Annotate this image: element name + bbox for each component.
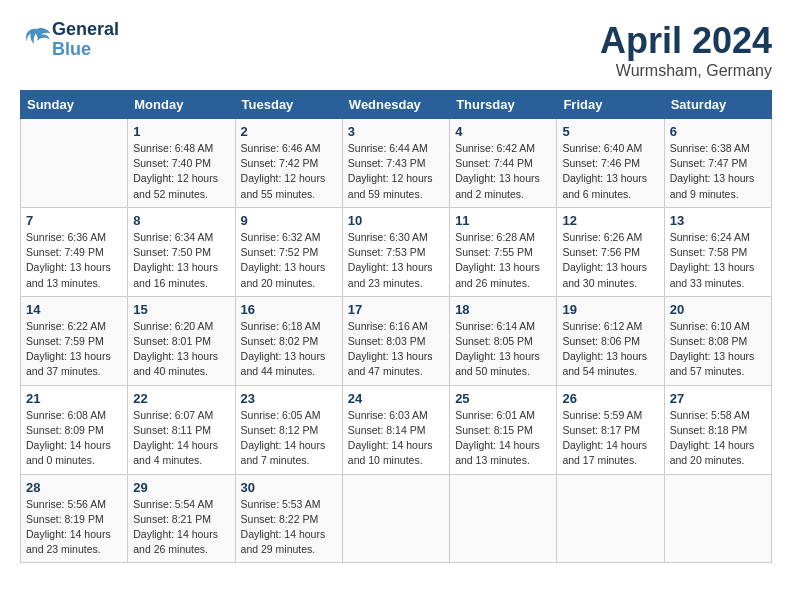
day-number: 2 bbox=[241, 124, 337, 139]
day-number: 22 bbox=[133, 391, 229, 406]
day-number: 11 bbox=[455, 213, 551, 228]
dow-header-saturday: Saturday bbox=[664, 91, 771, 119]
calendar-cell: 30Sunrise: 5:53 AM Sunset: 8:22 PM Dayli… bbox=[235, 474, 342, 563]
cell-content: Sunrise: 5:59 AM Sunset: 8:17 PM Dayligh… bbox=[562, 408, 658, 469]
calendar-week-row: 21Sunrise: 6:08 AM Sunset: 8:09 PM Dayli… bbox=[21, 385, 772, 474]
cell-content: Sunrise: 6:20 AM Sunset: 8:01 PM Dayligh… bbox=[133, 319, 229, 380]
cell-content: Sunrise: 6:08 AM Sunset: 8:09 PM Dayligh… bbox=[26, 408, 122, 469]
day-number: 17 bbox=[348, 302, 444, 317]
calendar-cell: 9Sunrise: 6:32 AM Sunset: 7:52 PM Daylig… bbox=[235, 207, 342, 296]
cell-content: Sunrise: 6:32 AM Sunset: 7:52 PM Dayligh… bbox=[241, 230, 337, 291]
dow-header-tuesday: Tuesday bbox=[235, 91, 342, 119]
month-title: April 2024 bbox=[600, 20, 772, 62]
calendar-cell: 28Sunrise: 5:56 AM Sunset: 8:19 PM Dayli… bbox=[21, 474, 128, 563]
calendar-cell: 10Sunrise: 6:30 AM Sunset: 7:53 PM Dayli… bbox=[342, 207, 449, 296]
cell-content: Sunrise: 6:07 AM Sunset: 8:11 PM Dayligh… bbox=[133, 408, 229, 469]
cell-content: Sunrise: 6:30 AM Sunset: 7:53 PM Dayligh… bbox=[348, 230, 444, 291]
calendar-cell: 8Sunrise: 6:34 AM Sunset: 7:50 PM Daylig… bbox=[128, 207, 235, 296]
page-header: GeneralBlue April 2024 Wurmsham, Germany bbox=[20, 20, 772, 80]
day-number: 13 bbox=[670, 213, 766, 228]
calendar-cell: 22Sunrise: 6:07 AM Sunset: 8:11 PM Dayli… bbox=[128, 385, 235, 474]
cell-content: Sunrise: 6:10 AM Sunset: 8:08 PM Dayligh… bbox=[670, 319, 766, 380]
day-number: 9 bbox=[241, 213, 337, 228]
calendar-week-row: 14Sunrise: 6:22 AM Sunset: 7:59 PM Dayli… bbox=[21, 296, 772, 385]
calendar-cell: 20Sunrise: 6:10 AM Sunset: 8:08 PM Dayli… bbox=[664, 296, 771, 385]
day-number: 24 bbox=[348, 391, 444, 406]
calendar-cell: 29Sunrise: 5:54 AM Sunset: 8:21 PM Dayli… bbox=[128, 474, 235, 563]
calendar-cell: 19Sunrise: 6:12 AM Sunset: 8:06 PM Dayli… bbox=[557, 296, 664, 385]
calendar-cell: 23Sunrise: 6:05 AM Sunset: 8:12 PM Dayli… bbox=[235, 385, 342, 474]
calendar-cell: 14Sunrise: 6:22 AM Sunset: 7:59 PM Dayli… bbox=[21, 296, 128, 385]
cell-content: Sunrise: 6:12 AM Sunset: 8:06 PM Dayligh… bbox=[562, 319, 658, 380]
cell-content: Sunrise: 6:40 AM Sunset: 7:46 PM Dayligh… bbox=[562, 141, 658, 202]
logo-text: GeneralBlue bbox=[52, 20, 119, 60]
calendar-cell: 15Sunrise: 6:20 AM Sunset: 8:01 PM Dayli… bbox=[128, 296, 235, 385]
cell-content: Sunrise: 6:18 AM Sunset: 8:02 PM Dayligh… bbox=[241, 319, 337, 380]
day-number: 30 bbox=[241, 480, 337, 495]
day-number: 26 bbox=[562, 391, 658, 406]
day-number: 1 bbox=[133, 124, 229, 139]
location-subtitle: Wurmsham, Germany bbox=[600, 62, 772, 80]
calendar-cell: 12Sunrise: 6:26 AM Sunset: 7:56 PM Dayli… bbox=[557, 207, 664, 296]
cell-content: Sunrise: 6:34 AM Sunset: 7:50 PM Dayligh… bbox=[133, 230, 229, 291]
dow-header-sunday: Sunday bbox=[21, 91, 128, 119]
day-number: 6 bbox=[670, 124, 766, 139]
calendar-cell bbox=[450, 474, 557, 563]
calendar-cell: 11Sunrise: 6:28 AM Sunset: 7:55 PM Dayli… bbox=[450, 207, 557, 296]
calendar-cell bbox=[21, 119, 128, 208]
cell-content: Sunrise: 6:24 AM Sunset: 7:58 PM Dayligh… bbox=[670, 230, 766, 291]
cell-content: Sunrise: 6:03 AM Sunset: 8:14 PM Dayligh… bbox=[348, 408, 444, 469]
calendar-cell: 5Sunrise: 6:40 AM Sunset: 7:46 PM Daylig… bbox=[557, 119, 664, 208]
dow-header-thursday: Thursday bbox=[450, 91, 557, 119]
calendar-cell: 6Sunrise: 6:38 AM Sunset: 7:47 PM Daylig… bbox=[664, 119, 771, 208]
day-number: 18 bbox=[455, 302, 551, 317]
cell-content: Sunrise: 6:28 AM Sunset: 7:55 PM Dayligh… bbox=[455, 230, 551, 291]
calendar-cell: 27Sunrise: 5:58 AM Sunset: 8:18 PM Dayli… bbox=[664, 385, 771, 474]
cell-content: Sunrise: 5:58 AM Sunset: 8:18 PM Dayligh… bbox=[670, 408, 766, 469]
day-number: 4 bbox=[455, 124, 551, 139]
calendar-cell: 7Sunrise: 6:36 AM Sunset: 7:49 PM Daylig… bbox=[21, 207, 128, 296]
calendar-cell: 2Sunrise: 6:46 AM Sunset: 7:42 PM Daylig… bbox=[235, 119, 342, 208]
calendar-week-row: 7Sunrise: 6:36 AM Sunset: 7:49 PM Daylig… bbox=[21, 207, 772, 296]
cell-content: Sunrise: 6:16 AM Sunset: 8:03 PM Dayligh… bbox=[348, 319, 444, 380]
calendar-week-row: 1Sunrise: 6:48 AM Sunset: 7:40 PM Daylig… bbox=[21, 119, 772, 208]
calendar-cell bbox=[342, 474, 449, 563]
calendar-cell: 21Sunrise: 6:08 AM Sunset: 8:09 PM Dayli… bbox=[21, 385, 128, 474]
cell-content: Sunrise: 6:26 AM Sunset: 7:56 PM Dayligh… bbox=[562, 230, 658, 291]
calendar-cell bbox=[664, 474, 771, 563]
day-number: 25 bbox=[455, 391, 551, 406]
logo-bird-icon bbox=[22, 23, 52, 53]
day-number: 20 bbox=[670, 302, 766, 317]
calendar-cell: 13Sunrise: 6:24 AM Sunset: 7:58 PM Dayli… bbox=[664, 207, 771, 296]
cell-content: Sunrise: 5:54 AM Sunset: 8:21 PM Dayligh… bbox=[133, 497, 229, 558]
day-number: 3 bbox=[348, 124, 444, 139]
day-number: 7 bbox=[26, 213, 122, 228]
day-number: 12 bbox=[562, 213, 658, 228]
day-of-week-header-row: SundayMondayTuesdayWednesdayThursdayFrid… bbox=[21, 91, 772, 119]
dow-header-friday: Friday bbox=[557, 91, 664, 119]
day-number: 28 bbox=[26, 480, 122, 495]
cell-content: Sunrise: 6:36 AM Sunset: 7:49 PM Dayligh… bbox=[26, 230, 122, 291]
day-number: 15 bbox=[133, 302, 229, 317]
cell-content: Sunrise: 6:44 AM Sunset: 7:43 PM Dayligh… bbox=[348, 141, 444, 202]
cell-content: Sunrise: 6:14 AM Sunset: 8:05 PM Dayligh… bbox=[455, 319, 551, 380]
calendar-cell: 3Sunrise: 6:44 AM Sunset: 7:43 PM Daylig… bbox=[342, 119, 449, 208]
calendar-cell: 24Sunrise: 6:03 AM Sunset: 8:14 PM Dayli… bbox=[342, 385, 449, 474]
calendar-cell: 4Sunrise: 6:42 AM Sunset: 7:44 PM Daylig… bbox=[450, 119, 557, 208]
logo: GeneralBlue bbox=[20, 20, 119, 60]
calendar-cell bbox=[557, 474, 664, 563]
cell-content: Sunrise: 6:05 AM Sunset: 8:12 PM Dayligh… bbox=[241, 408, 337, 469]
calendar-cell: 25Sunrise: 6:01 AM Sunset: 8:15 PM Dayli… bbox=[450, 385, 557, 474]
day-number: 14 bbox=[26, 302, 122, 317]
dow-header-wednesday: Wednesday bbox=[342, 91, 449, 119]
calendar-cell: 18Sunrise: 6:14 AM Sunset: 8:05 PM Dayli… bbox=[450, 296, 557, 385]
cell-content: Sunrise: 6:01 AM Sunset: 8:15 PM Dayligh… bbox=[455, 408, 551, 469]
cell-content: Sunrise: 6:42 AM Sunset: 7:44 PM Dayligh… bbox=[455, 141, 551, 202]
day-number: 10 bbox=[348, 213, 444, 228]
calendar-table: SundayMondayTuesdayWednesdayThursdayFrid… bbox=[20, 90, 772, 563]
title-block: April 2024 Wurmsham, Germany bbox=[600, 20, 772, 80]
day-number: 23 bbox=[241, 391, 337, 406]
calendar-cell: 26Sunrise: 5:59 AM Sunset: 8:17 PM Dayli… bbox=[557, 385, 664, 474]
calendar-body: 1Sunrise: 6:48 AM Sunset: 7:40 PM Daylig… bbox=[21, 119, 772, 563]
day-number: 19 bbox=[562, 302, 658, 317]
